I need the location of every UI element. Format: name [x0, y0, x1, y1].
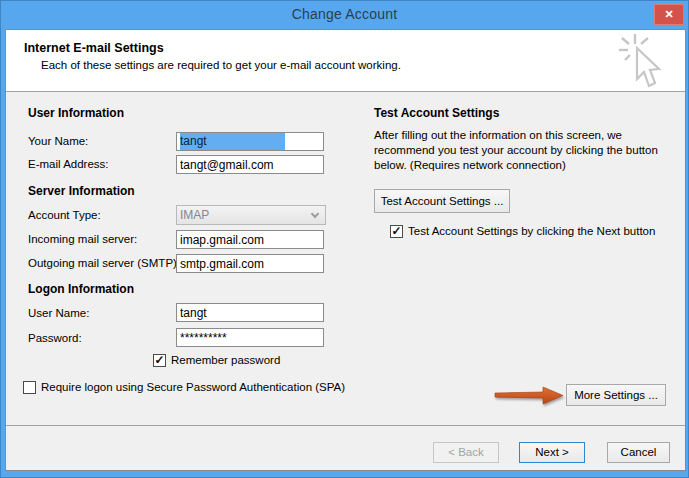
dialog-body: Internet E-mail Settings Each of these s…: [5, 29, 686, 471]
settings-form: User Information Your Name: tangt E-mail…: [6, 92, 685, 425]
email-address-input[interactable]: [176, 155, 324, 174]
test-on-next-checkbox[interactable]: ✓ Test Account Settings by clicking the …: [390, 225, 655, 238]
server-information-heading: Server Information: [28, 184, 135, 198]
incoming-server-input[interactable]: [176, 230, 324, 249]
dialog-footer: < Back Next > Cancel: [6, 425, 685, 470]
remember-password-checkbox[interactable]: ✓ Remember password: [153, 354, 280, 367]
your-name-input[interactable]: tangt: [176, 132, 324, 151]
remember-password-label: Remember password: [171, 354, 280, 366]
password-input[interactable]: [176, 328, 324, 347]
your-name-selected-text: tangt: [180, 133, 285, 150]
checkbox-checked-icon: ✓: [390, 225, 403, 238]
test-account-description: After filling out the information on thi…: [374, 128, 677, 173]
dialog-heading: Internet E-mail Settings: [24, 41, 164, 55]
account-type-label: Account Type:: [28, 209, 101, 221]
your-name-label: Your Name:: [28, 135, 88, 147]
close-icon: ✕: [664, 8, 673, 20]
dialog-header: Internet E-mail Settings Each of these s…: [6, 30, 685, 92]
spa-label: Require logon using Secure Password Auth…: [41, 381, 345, 393]
logon-information-heading: Logon Information: [28, 282, 134, 296]
checkbox-checked-icon: ✓: [153, 354, 166, 367]
test-on-next-label: Test Account Settings by clicking the Ne…: [408, 225, 655, 237]
dialog-subheading: Each of these settings are required to g…: [41, 59, 401, 71]
change-account-dialog: Change Account ✕ Internet E-mail Setting…: [0, 0, 689, 478]
outgoing-server-input[interactable]: [176, 254, 324, 273]
spa-checkbox[interactable]: Require logon using Secure Password Auth…: [23, 381, 345, 394]
account-type-value: IMAP: [180, 208, 209, 222]
test-account-heading: Test Account Settings: [374, 106, 499, 120]
checkbox-unchecked-icon: [23, 381, 36, 394]
cancel-button[interactable]: Cancel: [607, 442, 670, 463]
user-name-input[interactable]: [176, 303, 324, 322]
window-title: Change Account: [1, 6, 688, 22]
annotation-arrow-icon: [494, 386, 566, 408]
close-button[interactable]: ✕: [654, 4, 684, 25]
password-label: Password:: [28, 332, 82, 344]
back-button[interactable]: < Back: [433, 442, 499, 463]
account-type-dropdown: IMAP: [176, 205, 326, 225]
next-button[interactable]: Next >: [519, 442, 585, 463]
incoming-server-label: Incoming mail server:: [28, 233, 137, 245]
test-account-settings-button[interactable]: Test Account Settings ...: [374, 189, 510, 213]
chevron-down-icon: [304, 206, 325, 224]
email-address-label: E-mail Address:: [28, 158, 109, 170]
outgoing-server-label: Outgoing mail server (SMTP):: [28, 257, 180, 269]
mouse-cursor-icon: [617, 32, 669, 90]
user-information-heading: User Information: [28, 106, 124, 120]
title-bar: Change Account ✕: [1, 1, 688, 29]
user-name-label: User Name:: [28, 307, 89, 319]
more-settings-button[interactable]: More Settings ...: [566, 384, 666, 406]
